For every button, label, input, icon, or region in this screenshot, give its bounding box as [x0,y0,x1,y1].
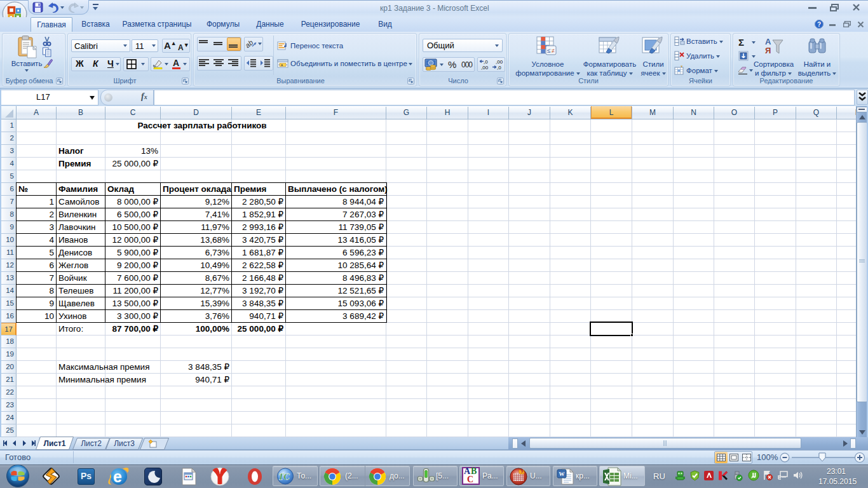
svg-text:,00: ,00 [481,65,489,71]
svg-text:А: А [765,37,771,46]
svg-text:e: e [113,468,122,485]
svg-text:,00: ,00 [496,59,503,65]
svg-text:Я: Я [765,46,771,55]
svg-text:W: W [559,471,565,477]
svg-text:≠: ≠ [552,48,555,54]
svg-text:≤: ≤ [547,47,551,54]
svg-text:,0: ,0 [497,65,501,71]
svg-text:ab: ab [246,38,254,49]
svg-text:TC: TC [278,472,290,482]
svg-text:?: ? [817,21,821,28]
svg-text:,0: ,0 [484,59,488,65]
